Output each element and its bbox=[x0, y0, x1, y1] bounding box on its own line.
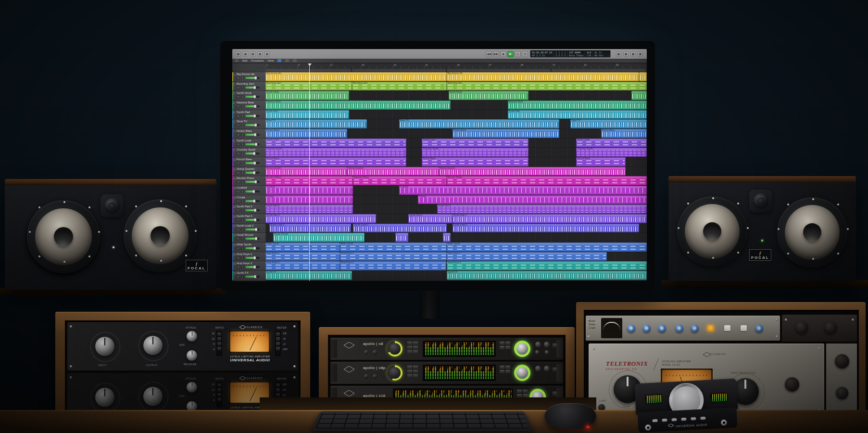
menu-edit[interactable]: Edit bbox=[242, 59, 247, 63]
browser-icon[interactable] bbox=[638, 51, 643, 57]
region[interactable]: Big Drums Hit bbox=[265, 72, 447, 81]
solo-button[interactable]: S bbox=[241, 247, 244, 250]
power-button[interactable] bbox=[553, 392, 557, 396]
mute-button[interactable]: M bbox=[237, 247, 240, 250]
talkback-knob[interactable] bbox=[535, 350, 539, 354]
solo-button[interactable]: S bbox=[241, 180, 244, 183]
track-header[interactable]: 12Electric PianoMS bbox=[232, 176, 265, 186]
quick-help-icon[interactable] bbox=[236, 51, 241, 57]
track-header[interactable]: 22Synth FXMS bbox=[232, 271, 265, 280]
track-header[interactable]: 5Synth PadMS bbox=[232, 110, 265, 120]
menu-functions[interactable]: Functions bbox=[251, 59, 264, 63]
solo-button[interactable]: S bbox=[241, 237, 244, 240]
solo-button[interactable]: S bbox=[241, 76, 244, 79]
release-knob[interactable] bbox=[187, 350, 197, 361]
track-header[interactable]: 14CongaMS bbox=[232, 195, 265, 205]
smart-controls-icon[interactable] bbox=[264, 51, 270, 57]
region[interactable]: Heavy Bass bbox=[265, 129, 347, 138]
loop-browser-icon[interactable] bbox=[630, 51, 636, 57]
track-header[interactable]: 17Synth Lead 2MS bbox=[232, 224, 265, 233]
region[interactable]: Wide Synth bbox=[265, 242, 340, 252]
dark-unit-knob-2[interactable] bbox=[824, 321, 837, 334]
mute-button[interactable]: M bbox=[237, 180, 240, 183]
region[interactable]: Punch Bass bbox=[422, 157, 528, 166]
volume-slider[interactable] bbox=[245, 87, 260, 89]
region[interactable]: Synth Pad 3 bbox=[453, 214, 647, 223]
track-header[interactable]: 18Vocal ShoutsMS bbox=[232, 233, 265, 242]
playhead[interactable] bbox=[309, 64, 310, 281]
headphone1-knob[interactable] bbox=[535, 342, 541, 347]
region[interactable]: Slow TV bbox=[399, 119, 559, 128]
volume-slider[interactable] bbox=[245, 172, 260, 174]
volume-slider[interactable] bbox=[245, 238, 260, 240]
solo-button[interactable]: S bbox=[241, 209, 244, 212]
monitor-buttons[interactable] bbox=[500, 366, 510, 373]
solo-button[interactable]: S bbox=[241, 115, 244, 117]
track-header[interactable]: 10Punch BassMS bbox=[232, 157, 265, 167]
track-header[interactable]: 9Crunchy SynthMS bbox=[232, 148, 265, 157]
track-header[interactable]: 16Synth Pad 3MS bbox=[232, 214, 265, 224]
volume-slider[interactable] bbox=[245, 209, 260, 211]
ssl-bypass-button[interactable] bbox=[724, 325, 730, 331]
region[interactable]: Synth FX bbox=[447, 271, 647, 280]
volume-slider[interactable] bbox=[245, 77, 260, 79]
region[interactable] bbox=[395, 233, 409, 242]
solo-button[interactable]: S bbox=[241, 200, 244, 203]
region[interactable]: Massive Beat bbox=[508, 101, 647, 110]
dark-unit-knob-1[interactable] bbox=[795, 321, 808, 334]
mouse[interactable] bbox=[544, 403, 596, 429]
keyboard[interactable] bbox=[312, 411, 533, 431]
region[interactable]: Synth Hook bbox=[265, 91, 349, 100]
monitor-buttons[interactable] bbox=[517, 390, 528, 397]
mute-button[interactable]: M bbox=[237, 209, 240, 212]
track-header[interactable]: 6Slow TVMS bbox=[232, 119, 265, 129]
volume-slider[interactable] bbox=[245, 257, 260, 259]
solo-button[interactable]: S bbox=[241, 162, 244, 165]
volume-slider[interactable] bbox=[245, 124, 260, 126]
snap-menu-icon[interactable] bbox=[293, 59, 297, 62]
region[interactable]: Synth Lead bbox=[422, 139, 528, 148]
region[interactable]: Booming Jam bbox=[352, 82, 447, 91]
region[interactable]: Crunchy Synth bbox=[422, 148, 528, 157]
twin-buttons[interactable] bbox=[652, 417, 705, 422]
arrangement-marker[interactable]: Verse bbox=[352, 69, 447, 72]
region[interactable]: Wide Synth bbox=[447, 242, 647, 252]
track-header[interactable]: 2Booming JamMS bbox=[232, 82, 265, 91]
region[interactable]: Synth Lead 2 bbox=[453, 224, 640, 233]
ssl-mode-button[interactable] bbox=[741, 325, 747, 331]
region[interactable]: Amp Keys 1 bbox=[265, 252, 340, 261]
mute-button[interactable]: M bbox=[237, 190, 240, 193]
mute-button[interactable]: M bbox=[237, 143, 240, 146]
ssl-knob-4[interactable] bbox=[675, 324, 683, 332]
region[interactable]: Heavy Bass bbox=[453, 129, 559, 138]
volume-slider[interactable] bbox=[245, 162, 260, 164]
region[interactable]: String Quartet bbox=[347, 167, 439, 176]
mute-button[interactable]: M bbox=[237, 86, 240, 89]
headphone1-knob[interactable] bbox=[535, 366, 541, 371]
solo-button[interactable]: S bbox=[241, 228, 244, 231]
input-knob[interactable] bbox=[95, 388, 114, 407]
volume-slider[interactable] bbox=[245, 247, 260, 249]
region[interactable]: Slow TV bbox=[570, 119, 647, 128]
ssl-knob-3[interactable] bbox=[658, 324, 666, 332]
ratio-buttons[interactable] bbox=[216, 382, 222, 407]
track-header[interactable]: 11String QuartetMS bbox=[232, 167, 265, 177]
region[interactable]: Amp Keys 2 bbox=[265, 261, 340, 270]
headphone2-knob[interactable] bbox=[544, 342, 550, 347]
solo-button[interactable]: S bbox=[241, 152, 244, 155]
volume-slider[interactable] bbox=[245, 219, 260, 221]
volume-slider[interactable] bbox=[245, 200, 260, 202]
lcd-display[interactable]: 01:01:28:07.23 48 2 1 11 1 1 1 1 1 1 1 1… bbox=[530, 50, 611, 58]
stop-button[interactable]: ■ bbox=[500, 51, 506, 57]
power-button[interactable] bbox=[553, 344, 557, 348]
volume-slider[interactable] bbox=[245, 276, 260, 278]
region[interactable]: Vocal Shouts bbox=[273, 233, 365, 242]
solo-button[interactable]: S bbox=[241, 171, 244, 174]
track-header[interactable]: 15Synth Pad 2MS bbox=[232, 204, 265, 214]
mic1-button[interactable] bbox=[364, 374, 368, 379]
pencil-tool-icon[interactable] bbox=[285, 59, 289, 62]
mute-button[interactable]: M bbox=[237, 275, 240, 278]
region[interactable]: Amp Keys 1 bbox=[447, 252, 607, 261]
track-header[interactable]: 8Synth LeadMS bbox=[232, 139, 265, 148]
region[interactable]: Synth Pad 3 bbox=[265, 214, 376, 223]
